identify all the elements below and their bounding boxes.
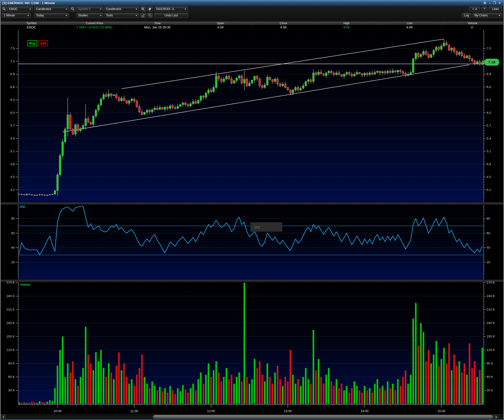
buy-button[interactable]: Buy [27,40,37,46]
rsi-axis-label-right: 60 [487,231,490,235]
candle-body [44,195,46,196]
volume-bar [95,352,96,404]
scroll-left-button[interactable]: ◄ [0,415,6,419]
volume-bar [279,379,281,404]
candle-body [456,51,457,54]
volume-bar [24,402,25,404]
bar-spacing-button[interactable] [140,13,146,18]
range-combo[interactable]: Today ▼ [34,13,69,18]
candle-body [300,88,301,90]
log-button[interactable]: Log [462,13,471,18]
links-button[interactable]: Links [489,7,502,12]
candle-body [328,71,330,73]
settings-gear-icon[interactable]: ⚙ [483,1,487,5]
symbol-combo[interactable]: ENOC ▼ [7,7,33,12]
interval-combo[interactable]: 1 Minute ▼ [2,13,31,18]
volume-bar [123,363,125,404]
volume-bar [154,386,156,404]
candle-body [461,52,463,56]
price-axis-label-right: 4.5 [487,175,491,179]
maximize-icon[interactable]: ❐ [493,1,496,5]
close-icon[interactable]: ✕ [498,1,501,5]
volume-axis-label-right: 240 K [487,294,495,298]
candle-body [192,102,194,104]
studies-combo[interactable]: Studies ▼ [76,13,103,18]
volume-bar [29,403,30,404]
candle-body [159,108,161,109]
volume-bar [169,386,171,404]
candle-body [372,73,373,74]
candle-body [141,112,143,115]
volume-bar [313,330,314,404]
quote-header-close: Close [252,22,315,25]
volume-bar [180,391,181,404]
volume-bar [407,384,409,404]
zoom-in-button[interactable] [140,7,146,12]
volume-bar [364,386,365,404]
window-menu-button[interactable]: ▼ ≡ [469,7,480,12]
tools-combo[interactable]: Tools ▼ [104,13,139,18]
candle-body [156,108,158,109]
pointer-tool-button[interactable]: +− [147,7,153,12]
candle-body [108,94,109,97]
volume-bar [215,361,217,404]
candle-body [356,72,358,74]
candle-body [407,74,409,75]
volume-bar [110,373,112,404]
time-axis-label: 11:00 [130,409,138,413]
candle-body [379,71,381,73]
candle-body [384,72,386,73]
scrollbar-thumb[interactable] [153,415,493,419]
panel-separator[interactable] [0,280,504,282]
help-button[interactable]: ? [481,7,487,12]
volume-bar [149,388,150,404]
candle-body [64,129,66,142]
quote-header-high: High [315,22,378,25]
volume-bar [285,377,286,404]
volume-bar [315,370,317,404]
candle-body [292,90,294,93]
volume-bar [356,386,358,404]
price-axis-label-right: 5.7 [487,124,491,127]
scroll-right-button[interactable]: ► [494,415,499,419]
candle-body [261,86,263,87]
chart-type-combo[interactable]: Candlestick ▼ [34,7,69,12]
search-symbol2-button[interactable] [70,7,75,12]
symbol2-combo[interactable]: Symbol 2 ▼ [76,7,103,12]
volume-bar [162,391,163,404]
volume-bar [481,348,483,404]
search-symbol-button[interactable] [1,7,7,12]
undo-last-button[interactable]: Undo Last [154,13,188,18]
volume-bar [354,381,355,404]
candle-body [366,73,368,75]
candle-body [458,52,460,55]
volume-bar [105,377,107,404]
volume-bar [318,359,319,404]
candle-body [418,53,419,57]
candle-body [287,87,289,90]
chart-type2-combo[interactable]: Candlestick ▼ [104,7,139,12]
minimize-icon[interactable]: – [489,1,491,5]
volume-axis-label-right: 30 K [487,388,493,392]
corner-arrow-icon: +− [148,7,152,11]
candle-body [182,103,184,105]
preset-combo[interactable]: SIGCROIX -4.. ▼ [154,7,188,12]
volume-bar [433,354,434,404]
tools-label: Tools [106,14,134,17]
volume-bar [333,386,335,404]
candle-body [377,71,378,72]
volume-bar [190,388,191,404]
volume-bar [374,384,375,404]
sell-button[interactable]: Sell [38,40,48,46]
my-charts-combo[interactable]: My Charts ▼ [473,13,502,18]
volume-bar [343,390,345,404]
chart-area[interactable]: 7.57.57.27.26.96.96.66.66.36.36.06.05.75… [0,30,504,414]
links-label: Links [492,7,499,11]
link-windows-button[interactable] [147,13,153,18]
price-axis-label-left: 5.7 [10,124,15,127]
candle-body [39,195,40,195]
panel-separator[interactable] [0,202,504,205]
candle-body [67,115,69,129]
volume-bar [323,384,324,404]
title-bar[interactable]: [3] ENERNOC INC COM - 1 Minute ⚙ – ❐ ✕ [0,0,504,6]
